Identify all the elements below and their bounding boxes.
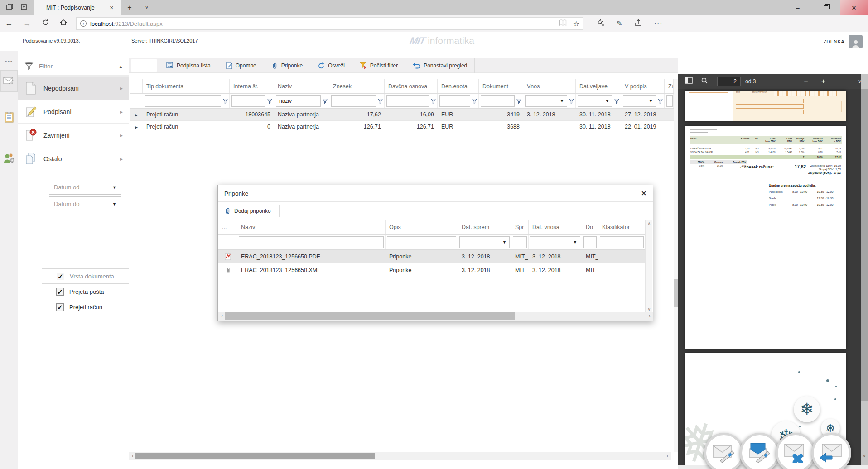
podpisna-lista-button[interactable]: Podpisna lista xyxy=(159,58,218,72)
scroll-left-arrow[interactable]: ‹ xyxy=(218,312,226,321)
sidebar-item-ostalo[interactable]: Ostalo ▸ xyxy=(18,147,129,170)
browser-tab[interactable]: MIT : Podpisovanje ✕ xyxy=(34,0,121,15)
home-button[interactable] xyxy=(54,19,72,29)
tab-close-icon[interactable]: ✕ xyxy=(107,4,116,12)
filter-input[interactable] xyxy=(583,236,597,248)
col-header[interactable]: V podpis xyxy=(621,79,665,93)
table-row[interactable]: ▸ Prejeti račun 0 Naziva partnerja 126,7… xyxy=(130,121,674,133)
dialog-vertical-scrollbar[interactable]: ∧ ∨ xyxy=(645,220,652,312)
row-expander-icon[interactable]: ▸ xyxy=(130,121,143,133)
checkbox-checked[interactable]: ✓ xyxy=(56,288,64,296)
window-minimize-button[interactable]: – xyxy=(784,0,812,15)
col-header[interactable]: Spr xyxy=(511,220,529,234)
pocisti-filter-button[interactable]: Počisti filter xyxy=(352,58,405,72)
pdf-page-input[interactable]: 2 xyxy=(717,77,741,86)
set-tabs-aside-icon[interactable] xyxy=(20,3,27,12)
filter-funnel-icon[interactable] xyxy=(614,98,620,104)
filter-funnel-icon[interactable] xyxy=(222,98,228,104)
add-attachment-button[interactable]: Dodaj priponko xyxy=(218,202,277,220)
zoom-out-button[interactable]: − xyxy=(797,77,814,86)
pdf-search-icon[interactable] xyxy=(701,77,708,86)
col-header[interactable]: Za xyxy=(665,79,674,93)
filter-input[interactable] xyxy=(600,236,644,248)
sidebar-item-zavrnjeni[interactable]: Zavrnjeni ▸ xyxy=(18,123,129,147)
col-header[interactable]: Opis xyxy=(386,220,458,234)
pdf-page-2[interactable]: Naziv Količina ME Cena brez DDV Cena z D… xyxy=(685,126,846,349)
filter-input[interactable] xyxy=(331,95,376,107)
annotate-pen-icon[interactable]: ✎ xyxy=(617,19,622,28)
priponke-button[interactable]: Priponke xyxy=(264,58,310,72)
window-restore-button[interactable] xyxy=(812,0,840,15)
address-bar[interactable]: i localhost :9213/Default.aspx ☆ xyxy=(76,17,583,30)
filter-header[interactable]: Filter ▲ xyxy=(18,57,129,76)
filter-input[interactable] xyxy=(145,95,221,107)
col-header[interactable]: Dokument xyxy=(479,79,523,93)
filter-funnel-icon[interactable] xyxy=(267,98,273,104)
filter-input[interactable] xyxy=(239,236,384,248)
col-header[interactable]: Den.enota xyxy=(438,79,479,93)
reject-document-button[interactable] xyxy=(776,433,815,469)
scroll-right-arrow[interactable]: › xyxy=(646,312,653,321)
scrollbar-thumb[interactable] xyxy=(861,89,868,401)
col-header[interactable]: Dat. sprem xyxy=(458,220,511,234)
filter-funnel-icon[interactable] xyxy=(430,98,436,104)
share-icon[interactable] xyxy=(634,19,642,29)
filter-input[interactable] xyxy=(481,95,515,107)
osvezi-button[interactable]: Osveži xyxy=(310,58,352,72)
sign-document-button[interactable] xyxy=(704,433,744,469)
col-header[interactable]: Tip dokumenta xyxy=(143,79,230,93)
filter-funnel-icon[interactable] xyxy=(569,98,574,104)
rail-menu-dots[interactable]: ••• xyxy=(0,58,18,64)
scrollbar-thumb[interactable] xyxy=(135,453,375,459)
dialog-horizontal-scrollbar[interactable]: ‹ › xyxy=(218,312,653,321)
window-close-button[interactable]: ✕ xyxy=(840,0,868,15)
col-header[interactable]: Naziv xyxy=(237,220,386,234)
ponastavi-pregled-button[interactable]: Ponastavi pregled xyxy=(405,58,474,72)
filter-input[interactable] xyxy=(386,95,429,107)
rail-signing-button[interactable] xyxy=(0,70,18,92)
checkbox-row-vrsta[interactable]: ✓ Vrsta dokumenta xyxy=(42,268,130,284)
pdf-pane-toggle-icon[interactable] xyxy=(685,77,693,86)
tab-list-chevron[interactable]: ˅ xyxy=(139,0,155,15)
collapse-chevron-icon[interactable]: ▲ xyxy=(119,64,123,69)
user-avatar[interactable] xyxy=(849,35,863,48)
rail-users-button[interactable] xyxy=(0,147,18,169)
forward-button[interactable]: → xyxy=(18,19,36,28)
dialog-close-button[interactable]: ✕ xyxy=(641,190,646,197)
filter-date-input[interactable]: ▼ xyxy=(530,236,580,248)
scroll-right-arrow[interactable]: › xyxy=(664,452,671,460)
filter-date-input[interactable]: ▼ xyxy=(623,95,656,107)
favorite-star-icon[interactable]: ☆ xyxy=(573,19,579,28)
filter-input-naziv[interactable]: naziv xyxy=(276,95,321,107)
filter-date-input[interactable]: ▼ xyxy=(578,95,612,107)
scrollbar-thumb[interactable] xyxy=(674,279,678,307)
site-info-icon[interactable]: i xyxy=(80,20,87,27)
main-vertical-scrollbar[interactable] xyxy=(674,79,678,452)
scroll-down-arrow[interactable]: ∨ xyxy=(861,453,868,458)
col-header[interactable]: Davčna osnova xyxy=(385,79,438,93)
col-header[interactable]: Dat.veljave xyxy=(576,79,621,93)
filter-funnel-icon[interactable] xyxy=(657,98,663,104)
filter-input[interactable] xyxy=(513,236,527,248)
checkbox-row-racun[interactable]: ✓ Prejeti račun xyxy=(42,299,130,315)
checkbox-row-posta[interactable]: ✓ Prejeta pošta xyxy=(42,284,130,299)
hub-icon[interactable] xyxy=(596,19,605,29)
filter-date-input[interactable]: ▼ xyxy=(459,236,510,248)
tab-preview-icon[interactable] xyxy=(6,3,14,12)
checkbox-checked[interactable]: ✓ xyxy=(57,273,64,280)
filter-input[interactable] xyxy=(439,95,470,107)
col-header[interactable]: Znesek xyxy=(329,79,385,93)
attachment-row[interactable]: ERAC_2018123_1256650.PDF Priponke 3. 12.… xyxy=(218,250,646,263)
zoom-in-button[interactable]: + xyxy=(815,77,832,86)
col-header[interactable]: ... xyxy=(218,220,237,234)
sidebar-item-nepodpisani[interactable]: Nepodpisani ▸ xyxy=(18,76,129,100)
filter-input[interactable] xyxy=(387,236,456,248)
opombe-button[interactable]: Opombe xyxy=(218,58,264,72)
col-header[interactable]: Vnos xyxy=(523,79,576,93)
table-row[interactable]: ▸ Prejeti račun 18003645 Naziva partnerj… xyxy=(130,109,674,121)
reading-view-icon[interactable] xyxy=(559,19,567,28)
main-horizontal-scrollbar[interactable]: ‹ › xyxy=(129,452,671,460)
checkbox-checked[interactable]: ✓ xyxy=(56,303,64,311)
pdf-page-1[interactable]: 3212 3905075357050 _______________ xyxy=(685,91,846,121)
filter-funnel-icon[interactable] xyxy=(472,98,477,104)
